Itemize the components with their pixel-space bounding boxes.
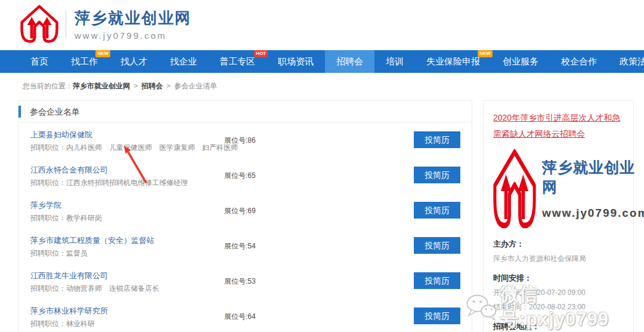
panel-header: 参会企业名单 [18, 101, 472, 122]
nav-item-job-fair-active[interactable]: 招聘会 [325, 50, 374, 73]
nav-item-training[interactable]: 培训 [374, 50, 415, 73]
event-title-link[interactable]: 2020年萍乡市引进高层次人才和急需紧缺人才网络云招聘会 [493, 110, 624, 142]
organizer-label: 主办方： [493, 239, 624, 250]
company-link[interactable]: 江西胜龙牛业有限公司 [30, 270, 108, 281]
apply-resume-button[interactable]: 投简历 [414, 308, 460, 324]
brand-logo-icon [493, 149, 536, 229]
nav-item-startup-services[interactable]: 创业服务 [491, 50, 550, 73]
breadcrumb-section-link[interactable]: 招聘会 [141, 82, 163, 90]
site-logo[interactable]: 萍乡就业创业网 www.jy0799.com [20, 5, 191, 43]
company-row: 上栗县妇幼保健院 招聘职位：内儿科医师 儿童保健医师 医学康复师 妇产科医师 展… [18, 122, 472, 158]
panel-title: 参会企业名单 [30, 101, 472, 122]
nav-item-home[interactable]: 首页 [19, 50, 60, 73]
company-positions: 招聘职位：江西永特招聘招聘机电维修工维修经理 [30, 178, 188, 188]
breadcrumb-site-link[interactable]: 萍乡市就业创业网 [73, 82, 130, 90]
nav-item-find-job[interactable]: 找工作NEW [60, 50, 109, 73]
company-positions: 招聘职位：监督员 [30, 248, 88, 259]
company-row: 萍乡学院 招聘职位：教学科研岗 展位号:69 投简历 [18, 193, 472, 228]
apply-resume-button[interactable]: 投简历 [414, 131, 460, 148]
apply-resume-button[interactable]: 投简历 [414, 237, 460, 254]
breadcrumb: 您当前的位置：萍乡市就业创业网>招聘会>参会企业清单 [0, 73, 644, 100]
end-time: 结束时间：2020-08-02 23:00 [493, 302, 624, 312]
new-badge: NEW [478, 50, 493, 57]
company-link[interactable]: 江西永特合金有限公司 [30, 165, 108, 176]
new-badge: NEW [95, 50, 110, 57]
page: 萍乡就业创业网 www.jy0799.com 首页 找工作NEW 找人才 找企业… [0, 0, 644, 332]
site-header: 萍乡就业创业网 www.jy0799.com [0, 0, 644, 50]
nav-item-school-enterprise[interactable]: 校企合作 [550, 50, 608, 73]
sidebar-event-logo: 萍乡就业创业网 www.jy0799.com [493, 147, 624, 230]
company-positions: 招聘职位：教学科研岗 [30, 213, 102, 223]
nav-item-career-news[interactable]: 职场资讯 [267, 50, 325, 73]
booth-number: 展位号:69 [224, 206, 256, 216]
company-row: 江西永特合金有限公司 招聘职位：江西永特招聘招聘机电维修工维修经理 展位号:65… [18, 158, 472, 193]
company-link[interactable]: 萍乡学院 [30, 200, 61, 211]
organizer-value: 萍乡市人力资源和社会保障局 [493, 254, 624, 264]
start-time: 开始时间：2020-07-20 09:00 [493, 288, 624, 298]
logo-divider [66, 10, 66, 38]
booth-number: 展位号:54 [224, 241, 256, 251]
company-link[interactable]: 萍乡市林业科学研究所 [30, 306, 108, 316]
location-label: 招聘会地点： [493, 321, 624, 332]
hot-badge: HOT [254, 50, 268, 57]
booth-number: 展位号:86 [224, 136, 256, 146]
event-sidebar: 2020年萍乡市引进高层次人才和急需紧缺人才网络云招聘会 萍乡就业创业网 www… [483, 100, 634, 332]
sidebar-logo-url: www.jy0799.com [542, 207, 644, 220]
breadcrumb-current-page: 参会企业清单 [174, 82, 217, 90]
nav-item-general-worker-zone[interactable]: 普工专区HOT [208, 50, 267, 73]
schedule-label: 时间安排： [493, 273, 624, 284]
booth-number: 展位号:65 [224, 171, 256, 181]
nav-item-policies[interactable]: 政策法规 [608, 50, 644, 73]
nav-item-find-company[interactable]: 找企业 [159, 50, 208, 73]
company-link[interactable]: 萍乡市建筑工程质量（安全）监督站 [30, 235, 154, 246]
company-row: 江西胜龙牛业有限公司 招聘职位：动物营养师 连锁店储备店长 展位号:53 投简历 [18, 263, 472, 299]
company-row: 萍乡市林业科学研究所 招聘职位：林业科研 展位号:64 投简历 [18, 299, 472, 332]
company-positions: 招聘职位：林业科研 [30, 319, 95, 329]
company-positions: 招聘职位：动物营养师 连锁店储备店长 [30, 284, 159, 294]
nav-item-unemployment-insurance[interactable]: 失业保险申报NEW [415, 50, 491, 73]
apply-resume-button[interactable]: 投简历 [414, 167, 460, 183]
accent-bar [18, 106, 21, 118]
main-nav: 首页 找工作NEW 找人才 找企业 普工专区HOT 职场资讯 招聘会 培训 失业… [0, 50, 644, 73]
company-list-panel: 参会企业名单 上栗县妇幼保健院 招聘职位：内儿科医师 儿童保健医师 医学康复师 … [18, 100, 472, 332]
company-row: 萍乡市建筑工程质量（安全）监督站 招聘职位：监督员 展位号:54 投简历 [18, 228, 472, 263]
site-name: 萍乡就业创业网 [75, 8, 191, 29]
nav-item-find-talent[interactable]: 找人才 [109, 50, 159, 73]
breadcrumb-prefix: 您当前的位置： [23, 82, 73, 90]
apply-resume-button[interactable]: 投简历 [414, 272, 460, 289]
company-link[interactable]: 上栗县妇幼保健院 [30, 130, 92, 140]
apply-resume-button[interactable]: 投简历 [414, 202, 460, 219]
sidebar-logo-name: 萍乡就业创业网 [542, 158, 644, 197]
brand-logo-icon [20, 5, 58, 43]
site-url: www.jy0799.com [75, 30, 191, 41]
company-positions: 招聘职位：内儿科医师 儿童保健医师 医学康复师 妇产科医师 [30, 143, 238, 153]
booth-number: 展位号:64 [224, 312, 256, 322]
booth-number: 展位号:53 [224, 276, 256, 287]
